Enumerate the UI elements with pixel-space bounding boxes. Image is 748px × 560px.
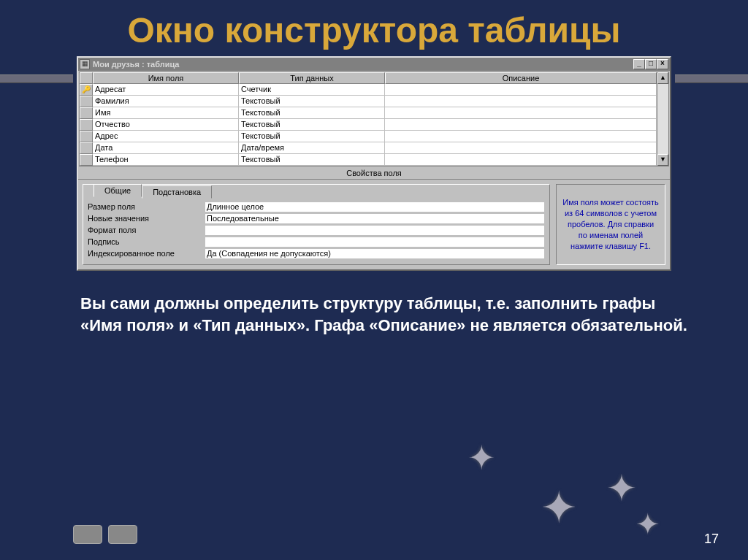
column-header-type[interactable]: Тип данных: [239, 72, 385, 84]
page-number: 17: [704, 532, 719, 547]
prev-slide-button[interactable]: [73, 525, 102, 544]
field-name-cell[interactable]: Адресат: [93, 84, 239, 96]
selector-header[interactable]: [80, 72, 93, 84]
field-type-cell[interactable]: Текстовый: [239, 131, 385, 142]
row-selector[interactable]: [80, 119, 93, 131]
tab-general[interactable]: Общие: [94, 184, 142, 197]
tab-lookup[interactable]: Подстановка: [142, 185, 212, 199]
help-panel: Имя поля может состоять из 64 символов с…: [556, 184, 665, 265]
row-selector[interactable]: [80, 131, 93, 142]
star-icon: ✦: [636, 507, 660, 541]
field-name-cell[interactable]: Имя: [93, 107, 239, 119]
star-icon: ✦: [468, 438, 496, 477]
vertical-scrollbar[interactable]: ▲ ▼: [657, 72, 668, 166]
field-desc-cell[interactable]: [385, 107, 657, 119]
properties-label: Свойства поля: [78, 167, 670, 179]
slide-caption: Вы сами должны определить структуру табл…: [0, 271, 748, 336]
prop-value-newvals[interactable]: Последовательные: [205, 213, 545, 224]
field-name-cell[interactable]: Дата: [93, 142, 239, 154]
prop-value-indexed[interactable]: Да (Совпадения не допускаются): [205, 248, 545, 259]
field-type-cell[interactable]: Дата/время: [239, 142, 385, 154]
slide-title: Окно конструктора таблицы: [0, 0, 748, 56]
decoration-bar-right: [675, 74, 748, 83]
star-icon: ✦: [541, 482, 577, 533]
column-header-name[interactable]: Имя поля: [93, 72, 239, 84]
field-grid: Имя поля Тип данных Описание 🔑▸ Адресат …: [79, 72, 669, 166]
table-designer-window: ▦ Мои друзья : таблица _ □ × Имя поля Ти…: [77, 56, 671, 271]
field-name-cell[interactable]: Телефон: [93, 154, 239, 166]
maximize-button[interactable]: □: [645, 59, 657, 69]
help-text: Имя поля может состоять из 64 символов с…: [562, 197, 659, 251]
field-name-cell[interactable]: Фамилия: [93, 96, 239, 107]
close-button[interactable]: ×: [657, 59, 668, 69]
prop-label-size: Размер поля: [88, 202, 205, 212]
next-slide-button[interactable]: [108, 525, 137, 544]
scroll-up-button[interactable]: ▲: [657, 72, 668, 84]
row-selector[interactable]: [80, 96, 93, 107]
field-type-cell[interactable]: Текстовый: [239, 154, 385, 166]
row-selector[interactable]: [80, 154, 93, 166]
scroll-track[interactable]: [657, 84, 668, 154]
field-desc-cell[interactable]: [385, 142, 657, 154]
field-type-cell[interactable]: Текстовый: [239, 107, 385, 119]
prop-value-caption[interactable]: [205, 237, 545, 248]
window-title: Мои друзья : таблица: [93, 60, 633, 69]
prop-label-format: Формат поля: [88, 225, 205, 236]
decoration-bar-left: [0, 74, 73, 83]
field-name-cell[interactable]: Отчество: [93, 119, 239, 131]
field-desc-cell[interactable]: [385, 96, 657, 107]
properties-panel: Общие Подстановка Размер поля Длинное це…: [83, 184, 550, 265]
field-desc-cell[interactable]: [385, 154, 657, 166]
titlebar[interactable]: ▦ Мои друзья : таблица _ □ ×: [78, 58, 670, 71]
star-icon: ✦: [606, 467, 637, 510]
minimize-button[interactable]: _: [633, 59, 645, 69]
prop-label-indexed: Индексированное поле: [88, 248, 205, 259]
field-type-cell[interactable]: Текстовый: [239, 119, 385, 131]
field-desc-cell[interactable]: [385, 131, 657, 142]
prop-value-format[interactable]: [205, 225, 545, 236]
field-type-cell[interactable]: Текстовый: [239, 96, 385, 107]
scroll-down-button[interactable]: ▼: [657, 154, 668, 166]
table-icon: ▦: [80, 59, 90, 69]
prop-value-size[interactable]: Длинное целое: [205, 202, 545, 212]
prop-label-newvals: Новые значения: [88, 213, 205, 224]
row-selector[interactable]: 🔑▸: [80, 84, 93, 96]
column-header-desc[interactable]: Описание: [385, 72, 657, 84]
row-selector[interactable]: [80, 142, 93, 154]
prop-label-caption: Подпись: [88, 237, 205, 248]
field-type-cell[interactable]: Счетчик: [239, 84, 385, 96]
field-desc-cell[interactable]: [385, 119, 657, 131]
field-name-cell[interactable]: Адрес: [93, 131, 239, 142]
row-selector[interactable]: [80, 107, 93, 119]
field-desc-cell[interactable]: [385, 84, 657, 96]
